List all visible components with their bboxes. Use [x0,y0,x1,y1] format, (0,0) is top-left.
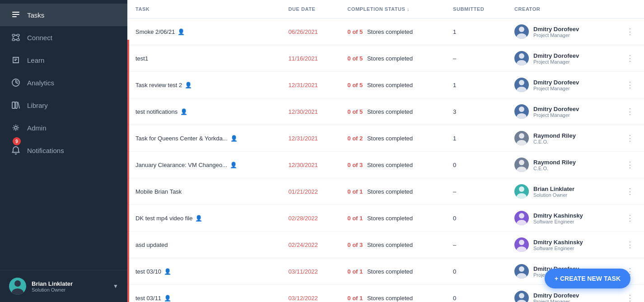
sidebar-item-connect[interactable]: Connect [0,26,127,49]
row-menu-button[interactable]: ⋮ [624,292,636,302]
tasks-table: TASK DUE DATE COMPLETION STATUS ↓ SUBMIT… [127,0,644,302]
table-row[interactable]: Mobile Brian Task01/21/20220 of 1 Stores… [127,178,644,205]
completion-status-cell: 0 of 5 Stores completed [339,45,445,72]
submitted-value: – [453,55,456,62]
submitted-cell: 0 [445,152,506,178]
sidebar-item-admin[interactable]: Admin [0,116,127,139]
row-menu-button[interactable]: ⋮ [624,158,636,171]
sidebar-item-tasks[interactable]: Tasks [0,4,127,26]
task-cell: Task review test 2👤 [127,72,280,98]
svg-point-19 [519,80,524,85]
table-row[interactable]: test notifications👤12/30/20210 of 5 Stor… [127,98,644,125]
connect-icon [11,33,21,42]
svg-rect-10 [12,102,15,108]
due-date-value: 12/31/2021 [289,135,318,142]
table-row[interactable]: test111/16/20210 of 5 Stores completed– … [127,45,644,72]
sidebar-item-notifications[interactable]: 9 Notifications [0,139,127,162]
table-body: Smoke 2/06/21👤06/26/20210 of 5 Stores co… [127,19,644,302]
svg-point-36 [517,300,527,302]
status-text: Stores completed [365,135,413,142]
row-menu-cell[interactable]: ⋮ [616,98,644,125]
completion-status-cell: 0 of 1 Stores completed [339,205,445,232]
row-menu-cell[interactable]: ⋮ [616,232,644,258]
create-task-button[interactable]: + CREATE NEW TASK [545,269,630,288]
col-completion-status[interactable]: COMPLETION STATUS ↓ [339,0,445,19]
creator-name: Dmitry Dorofeev [533,292,579,299]
table-row[interactable]: January Clearance: VM Changeo...👤12/30/2… [127,152,644,178]
table-row[interactable]: DK test mp4 video file👤02/28/20220 of 1 … [127,205,644,232]
creator-role: Software Engineer [533,246,583,251]
status-text: Stores completed [365,295,413,302]
creator-avatar [514,78,529,92]
table-row[interactable]: Task review test 2👤12/31/20210 of 5 Stor… [127,72,644,98]
due-date-cell: 03/12/2022 [280,285,340,302]
svg-point-25 [519,160,524,165]
svg-point-18 [517,60,527,65]
status-text: Stores completed [365,188,413,195]
table-row[interactable]: Task for Queens Center & Yorkda...👤12/31… [127,125,644,152]
table-row[interactable]: Smoke 2/06/21👤06/26/20210 of 5 Stores co… [127,19,644,45]
svg-point-33 [519,266,524,272]
row-menu-button[interactable]: ⋮ [624,132,636,144]
creator-avatar [514,184,529,199]
svg-point-15 [519,27,524,32]
sidebar-item-library[interactable]: Library [0,94,127,116]
completion-status-cell: 0 of 5 Stores completed [339,98,445,125]
task-name-text: test1 [135,55,148,62]
creator-avatar [514,104,529,119]
sidebar-item-analytics[interactable]: Analytics [0,71,127,94]
due-date-value: 03/12/2022 [289,295,318,302]
row-menu-button[interactable]: ⋮ [624,25,636,38]
row-menu-button[interactable]: ⋮ [624,212,636,224]
table-row[interactable]: asd updated02/24/20220 of 3 Stores compl… [127,232,644,258]
row-menu-cell[interactable]: ⋮ [616,178,644,205]
svg-point-30 [517,220,527,225]
due-date-value: 01/21/2022 [289,188,318,195]
row-menu-cell[interactable]: ⋮ [616,125,644,152]
task-cell: test 03/10👤 [127,258,280,285]
creator-role: C.E.O. [533,166,576,171]
chevron-down-icon[interactable]: ▼ [113,283,118,289]
row-menu-button[interactable]: ⋮ [624,105,636,118]
row-menu-button[interactable]: ⋮ [624,185,636,198]
row-menu-button[interactable]: ⋮ [624,79,636,91]
status-text: Stores completed [365,82,413,88]
status-fraction: 0 of 1 [347,295,363,302]
share-icon: 👤 [230,135,238,142]
task-name-text: asd updated [135,242,168,248]
svg-point-24 [517,140,527,145]
row-menu-cell[interactable]: ⋮ [616,19,644,45]
tasks-table-container[interactable]: TASK DUE DATE COMPLETION STATUS ↓ SUBMIT… [127,0,644,302]
sidebar-footer[interactable]: Brian Linklater Solution Owner ▼ [0,270,127,302]
creator-role: Solution Owner [533,192,574,198]
sidebar-item-notifications-label: Notifications [27,147,64,154]
share-icon: 👤 [180,108,187,115]
current-user-info: Brian Linklater Solution Owner [32,280,73,293]
row-menu-cell[interactable]: ⋮ [616,205,644,232]
row-menu-cell[interactable]: ⋮ [616,72,644,98]
due-date-value: 12/31/2021 [289,82,318,88]
row-menu-button[interactable]: ⋮ [624,52,636,65]
creator-name: Dmitry Kashinsky [533,212,583,219]
svg-rect-11 [15,102,17,108]
creator-cell: Dmitry Dorofeev Project Manager [506,72,616,98]
svg-point-34 [517,273,527,279]
submitted-cell: 1 [445,72,506,98]
svg-point-21 [519,107,524,112]
submitted-value: 0 [453,268,456,275]
status-text: Stores completed [365,242,413,248]
svg-rect-1 [12,14,19,15]
due-date-cell: 02/28/2022 [280,205,340,232]
completion-status-cell: 0 of 5 Stores completed [339,72,445,98]
due-date-cell: 01/21/2022 [280,178,340,205]
analytics-icon [11,78,21,88]
svg-point-32 [517,246,527,252]
sidebar-item-learn[interactable]: Learn [0,49,127,71]
row-menu-button[interactable]: ⋮ [624,238,636,251]
row-menu-cell[interactable]: ⋮ [616,45,644,72]
due-date-cell: 12/31/2021 [280,72,340,98]
svg-point-31 [519,240,524,245]
row-menu-cell[interactable]: ⋮ [616,152,644,178]
learn-icon [11,55,21,65]
creator-name: Dmitry Kashinsky [533,239,583,246]
